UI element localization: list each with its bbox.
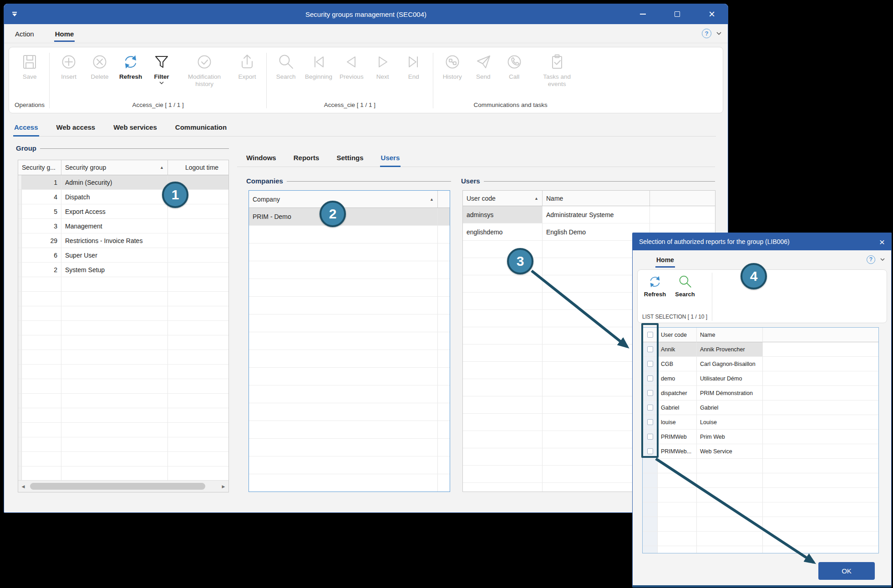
cell-company-name [249, 350, 438, 368]
table-row-empty [18, 394, 228, 408]
ok-button[interactable]: OK [818, 562, 875, 580]
table-row-empty [643, 532, 878, 546]
table-row[interactable]: 2System Setup [18, 263, 228, 277]
row-checkbox[interactable] [647, 448, 653, 454]
maximize-button[interactable] [671, 8, 683, 20]
table-row[interactable]: 29Restrictions - Invoice Rates [18, 233, 228, 248]
column-header-name[interactable]: Name [697, 328, 763, 342]
table-row[interactable]: GabrielGabriel [643, 400, 878, 415]
table-row[interactable]: CGBCarl Gagnon-Bisaillon [643, 357, 878, 371]
table-row[interactable]: demoUtilisateur Démo [643, 371, 878, 386]
cell-extra [438, 439, 450, 456]
select-all-checkbox[interactable] [647, 332, 653, 338]
cell-extra [438, 297, 450, 314]
table-row[interactable]: 3Management [18, 219, 228, 233]
dialog-ribbon-button-refresh[interactable]: Refresh [642, 273, 668, 298]
row-checkbox[interactable] [647, 375, 653, 381]
sort-ascending-icon: ▲ [532, 196, 538, 201]
row-checkbox[interactable] [647, 434, 653, 440]
column-header-security-group-id[interactable]: Security g... [18, 160, 61, 175]
ribbon-button-call: Call [500, 50, 529, 81]
column-header-security-group[interactable]: Security group▲ [61, 160, 168, 175]
minimize-button[interactable] [637, 8, 649, 20]
row-checkbox[interactable] [647, 419, 653, 425]
tab-access[interactable]: Access [13, 121, 39, 137]
cell-user-code [463, 345, 543, 362]
cell-checkbox [643, 400, 658, 415]
dialog-menu-item-home[interactable]: Home [655, 252, 675, 267]
column-header-name[interactable]: Name [543, 191, 650, 206]
table-row[interactable]: adminsysAdministrateur Systeme [463, 206, 715, 223]
ribbon-button-refresh[interactable]: Refresh [116, 50, 145, 81]
close-button[interactable]: × [706, 8, 718, 20]
ribbon-group-access-cie-1-1: InsertDeleteRefreshFilterModification hi… [51, 50, 265, 111]
ribbon-button-label: Tasks and events [533, 73, 581, 87]
row-checkbox[interactable] [647, 361, 653, 367]
tab-communication[interactable]: Communication [174, 121, 228, 137]
help-chevron-down-icon[interactable] [716, 32, 721, 35]
main-menubar: ActionHome ? [4, 24, 728, 43]
ribbon-button-label: Refresh [644, 291, 666, 298]
table-row[interactable]: AnnikAnnik Provencher [643, 342, 878, 357]
table-row[interactable]: 1Admin (Security) [18, 175, 228, 190]
cell-extra [438, 456, 450, 474]
subtab-users[interactable]: Users [380, 153, 401, 167]
column-header-company[interactable]: Company▲ [249, 191, 438, 208]
ribbon-group-separator [49, 53, 50, 108]
help-icon[interactable]: ? [702, 29, 711, 38]
dialog-title: Selection of authorized reports for the … [639, 238, 790, 245]
ribbon-button-label: Save [23, 73, 37, 81]
cell-user-code: louise [658, 415, 697, 430]
scroll-right-icon[interactable]: ▶ [218, 484, 228, 489]
table-row-empty [18, 350, 228, 365]
row-checkbox[interactable] [647, 390, 653, 396]
table-row-empty [18, 423, 228, 437]
ribbon-button-label: End [408, 73, 419, 81]
column-header-user-code[interactable]: User code [658, 328, 697, 342]
dialog-ribbon-button-search[interactable]: Search [672, 273, 698, 298]
table-row[interactable]: 5Export Access [18, 204, 228, 219]
cell-rest [763, 400, 878, 415]
refresh-icon [647, 274, 663, 290]
column-header-checkbox [643, 328, 658, 342]
menu-item-action[interactable]: Action [14, 25, 35, 41]
cell-logout-time [168, 452, 228, 466]
cell-group-id [22, 394, 61, 408]
scrollbar-thumb[interactable] [30, 483, 205, 490]
table-row[interactable]: louiseLouise [643, 415, 878, 430]
table-row-empty [18, 437, 228, 452]
row-checkbox[interactable] [647, 346, 653, 352]
scrollbar-track[interactable] [28, 481, 218, 492]
dialog-close-icon[interactable]: × [879, 237, 885, 247]
subtab-settings[interactable]: Settings [335, 153, 364, 167]
tab-web-access[interactable]: Web access [56, 121, 96, 137]
delete-circle-x-icon [91, 52, 109, 72]
desktop-background: Security groups management (SEC004) × Ac… [0, 0, 893, 588]
cell-extra [438, 403, 450, 421]
sort-ascending-icon: ▲ [427, 197, 434, 202]
row-checkbox[interactable] [647, 405, 653, 411]
cell-user-name: PRIM Démonstration [697, 386, 763, 400]
table-row[interactable]: PRIMWeb...Web Service [643, 444, 878, 459]
cell-user-name: Utilisateur Démo [697, 371, 763, 386]
subtab-windows[interactable]: Windows [245, 153, 277, 167]
ribbon-button-filter[interactable]: Filter [147, 50, 176, 84]
table-row[interactable]: dispatcherPRIM Démonstration [643, 386, 878, 400]
tab-web-services[interactable]: Web services [112, 121, 158, 137]
row-selector-gutter [18, 175, 22, 190]
scroll-left-icon[interactable]: ◀ [18, 484, 28, 489]
menu-item-home[interactable]: Home [54, 25, 75, 41]
cell-extra [438, 243, 450, 261]
table-row[interactable]: 4Dispatch [18, 190, 228, 204]
column-header-logout-time[interactable]: Logout time [168, 160, 228, 175]
table-row-empty [249, 332, 450, 350]
subtab-reports[interactable]: Reports [293, 153, 320, 167]
dialog-help-icon[interactable]: ? [867, 255, 875, 264]
dialog-help-chevron-down-icon[interactable] [880, 258, 885, 261]
table-row[interactable]: 6Super User [18, 248, 228, 263]
table-row[interactable]: PRIMWebPrim Web [643, 430, 878, 444]
table-row[interactable]: PRIM - Demo [249, 208, 450, 226]
column-header-user-code[interactable]: User code▲ [463, 191, 543, 206]
modification-history-icon [195, 52, 213, 72]
cell-rest [763, 415, 878, 430]
